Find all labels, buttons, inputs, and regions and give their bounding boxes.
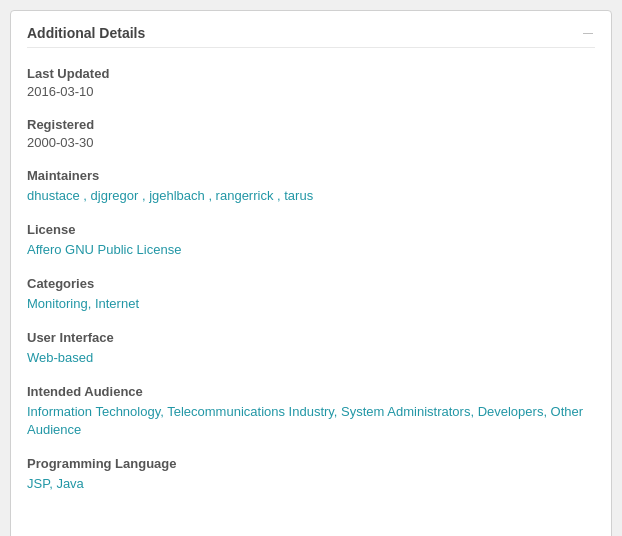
value-maintainers[interactable]: dhustace , djgregor , jgehlbach , ranger… xyxy=(27,186,595,204)
section-categories: CategoriesMonitoring, Internet xyxy=(27,276,595,312)
link-license[interactable]: Affero GNU Public License xyxy=(27,242,181,257)
link-programming-language[interactable]: JSP, Java xyxy=(27,476,84,491)
link-categories[interactable]: Monitoring, Internet xyxy=(27,296,139,311)
section-maintainers: Maintainersdhustace , djgregor , jgehlba… xyxy=(27,168,595,204)
value-user-interface[interactable]: Web-based xyxy=(27,348,595,366)
value-intended-audience[interactable]: Information Technology, Telecommunicatio… xyxy=(27,402,595,438)
label-intended-audience: Intended Audience xyxy=(27,384,595,399)
value-license[interactable]: Affero GNU Public License xyxy=(27,240,595,258)
section-registered: Registered2000-03-30 xyxy=(27,117,595,150)
minimize-icon[interactable] xyxy=(581,28,595,38)
link-maintainers[interactable]: dhustace , djgregor , jgehlbach , ranger… xyxy=(27,188,313,203)
section-license: LicenseAffero GNU Public License xyxy=(27,222,595,258)
value-categories[interactable]: Monitoring, Internet xyxy=(27,294,595,312)
details-container: Last Updated2016-03-10Registered2000-03-… xyxy=(27,66,595,492)
label-maintainers: Maintainers xyxy=(27,168,595,183)
label-categories: Categories xyxy=(27,276,595,291)
link-user-interface[interactable]: Web-based xyxy=(27,350,93,365)
label-programming-language: Programming Language xyxy=(27,456,595,471)
panel-title: Additional Details xyxy=(27,25,145,41)
panel-header: Additional Details xyxy=(27,25,595,48)
label-registered: Registered xyxy=(27,117,595,132)
section-user-interface: User InterfaceWeb-based xyxy=(27,330,595,366)
value-programming-language[interactable]: JSP, Java xyxy=(27,474,595,492)
value-registered: 2000-03-30 xyxy=(27,135,595,150)
value-last-updated: 2016-03-10 xyxy=(27,84,595,99)
label-last-updated: Last Updated xyxy=(27,66,595,81)
link-intended-audience[interactable]: Information Technology, Telecommunicatio… xyxy=(27,404,583,437)
section-programming-language: Programming LanguageJSP, Java xyxy=(27,456,595,492)
label-user-interface: User Interface xyxy=(27,330,595,345)
label-license: License xyxy=(27,222,595,237)
section-intended-audience: Intended AudienceInformation Technology,… xyxy=(27,384,595,438)
additional-details-panel: Additional Details Last Updated2016-03-1… xyxy=(10,10,612,536)
section-last-updated: Last Updated2016-03-10 xyxy=(27,66,595,99)
